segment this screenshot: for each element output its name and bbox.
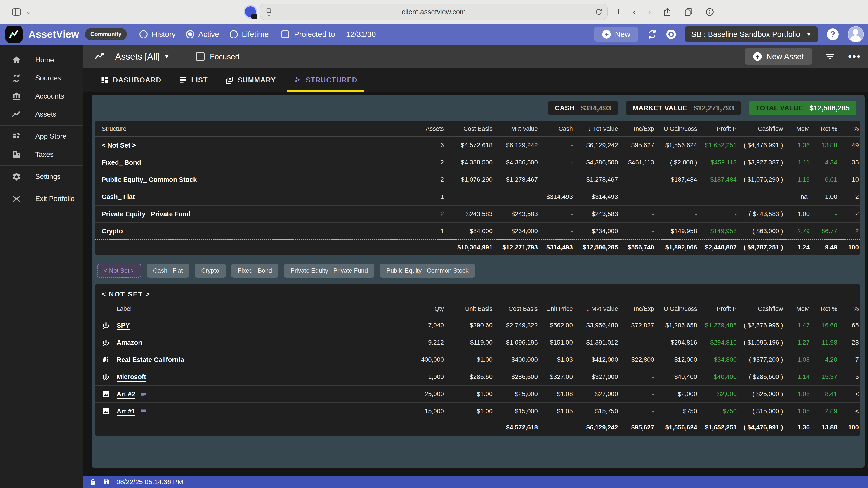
column-header[interactable]: Unit Price [539,305,574,313]
url-text[interactable]: client.assetview.com [273,8,594,16]
chevron-down-icon[interactable]: ⌄ [26,8,31,15]
sidebar-item-home[interactable]: Home [0,51,83,69]
table-row[interactable]: Cash_ Fiat1--$314,493$314,493-----na-1.0… [95,188,860,205]
asset-link[interactable]: Real Estate California [117,356,184,363]
column-header[interactable]: Qty [409,305,445,313]
focused-checkbox[interactable] [196,52,205,61]
column-header[interactable]: Cost Basis [445,125,494,132]
notes-icon[interactable] [140,390,147,398]
reload-icon[interactable] [594,8,603,16]
column-header[interactable]: Cashflow [738,305,784,313]
structure-label[interactable]: Crypto [95,228,409,235]
new-asset-button[interactable]: + New Asset [745,48,812,65]
forward-icon[interactable]: › [648,7,651,17]
back-icon[interactable]: ‹ [633,7,636,17]
tab-summary[interactable]: SUMMARY [219,68,282,92]
portfolio-selector[interactable]: SB : Baseline Sandbox Portfolio ▼ [685,26,818,42]
radio-icon[interactable] [140,30,148,38]
chip-private-equity-private-fund[interactable]: Private Equity_ Private Fund [284,264,374,278]
sidebar-item-taxes[interactable]: Taxes [0,145,83,164]
table-row[interactable]: Public Equity_ Common Stock2$1,076,290$1… [95,171,860,188]
table-row[interactable]: SPY7,040$390.60$2,749,822$562.00$3,956,4… [95,317,860,334]
mode-radio-lifetime[interactable]: Lifetime [230,30,269,39]
structure-label[interactable]: Cash_ Fiat [95,193,409,201]
column-header[interactable]: Profit P [699,305,738,313]
structure-label[interactable]: Public Equity_ Common Stock [95,176,409,184]
avatar[interactable] [848,26,864,42]
chip-crypto[interactable]: Crypto [195,264,226,278]
radio-icon[interactable] [186,30,194,38]
app-logo[interactable] [5,26,23,43]
table-row[interactable]: Crypto1$84,000$234,000-$234,000-$149,958… [95,223,860,239]
column-header[interactable]: Structure [95,125,409,132]
column-header[interactable]: Assets [409,125,445,132]
structure-label[interactable]: Fixed_ Bond [95,159,409,166]
table-row[interactable]: Art #115,000$1.00$15,000$1.05$15,750-$75… [95,403,860,420]
column-header[interactable]: % [839,125,860,132]
reader-icon[interactable] [265,8,273,16]
filter-icon[interactable] [825,51,835,62]
table-row[interactable]: Fixed_ Bond2$4,388,500$4,386,500-$4,386,… [95,154,860,171]
column-header[interactable]: % [839,305,860,313]
column-header[interactable]: Inc/Exp [619,305,655,313]
asset-link[interactable]: Microsoft [117,373,146,381]
chip-cash-fiat[interactable]: Cash_ Fiat [147,264,189,278]
tab-overview-icon[interactable] [684,7,693,17]
structure-label[interactable]: < Not Set > [95,142,409,149]
password-manager-icon[interactable] [244,5,257,19]
column-header[interactable]: Mkt Value [494,125,539,132]
sidebar-item-accounts[interactable]: Accounts [0,87,83,105]
chip-fixed-bond[interactable]: Fixed_ Bond [231,264,279,278]
projected-checkbox[interactable] [281,31,289,38]
title-caret-icon[interactable]: ▼ [164,53,170,60]
sidebar-item-sources[interactable]: Sources [0,69,83,87]
column-header[interactable]: Ret % [811,125,839,132]
column-header[interactable]: Cashflow [738,125,784,132]
more-menu-icon[interactable]: ••• [848,51,861,62]
sync-icon[interactable] [647,29,657,39]
structure-label[interactable]: Private Equity_ Private Fund [95,210,409,218]
column-header[interactable]: Inc/Exp [619,125,655,132]
table-row[interactable]: Real Estate California400,000$1.00$400,0… [95,351,860,368]
column-header[interactable]: Profit P [699,125,738,132]
column-header[interactable]: ↓Tot Value [574,125,619,132]
watch-icon[interactable] [666,30,676,39]
column-header[interactable]: Cost Basis [494,305,539,313]
mode-radio-history[interactable]: History [140,30,176,39]
column-header[interactable]: ↓Mkt Value [574,305,619,313]
tab-list[interactable]: LIST [173,68,214,92]
table-row[interactable]: < Not Set >6$4,572,618$6,129,242-$6,129,… [95,137,860,154]
column-header[interactable]: Ret % [811,305,839,313]
column-header[interactable]: U Gain/Loss [655,125,699,132]
column-header[interactable]: MoM [784,125,811,132]
column-header[interactable]: Unit Basis [445,305,494,313]
table-row[interactable]: Amazon9,212$119.00$1,096,196$151.00$1,39… [95,334,860,351]
new-tab-icon[interactable]: + [616,7,621,17]
chip-public-equity-common-stock[interactable]: Public Equity_ Common Stock [380,264,475,278]
address-bar[interactable]: client.assetview.com [260,4,608,20]
projected-date-link[interactable]: 12/31/30 [346,30,376,39]
sidebar-item-exit-portfolio[interactable]: Exit Portfolio [0,190,83,208]
table-row[interactable]: Art #225,000$1.00$25,000$1.08$27,000-$2,… [95,386,860,403]
column-header[interactable]: MoM [784,305,811,313]
save-icon[interactable] [103,478,110,486]
table-row[interactable]: Microsoft1,000$286.60$286,600$327.00$327… [95,368,860,386]
notes-icon[interactable] [140,408,147,415]
tab-structured[interactable]: STRUCTURED [287,68,364,92]
browser-sidebar-toggle-icon[interactable] [11,7,22,17]
sidebar-item-app-store[interactable]: App Store [0,127,83,145]
asset-link[interactable]: Art #1 [117,408,135,415]
column-header[interactable]: Label [95,305,409,313]
sidebar-item-assets[interactable]: Assets [0,105,83,123]
radio-icon[interactable] [230,30,238,38]
new-button[interactable]: + New [594,27,638,42]
column-header[interactable]: U Gain/Loss [655,305,699,313]
asset-link[interactable]: SPY [117,322,130,329]
column-header[interactable]: Cash [539,125,574,132]
sidebar-item-settings[interactable]: Settings [0,168,83,186]
info-icon[interactable] [705,7,715,17]
chip-not-set[interactable]: < Not Set > [97,264,141,278]
mode-radio-active[interactable]: Active [186,30,219,39]
asset-link[interactable]: Art #2 [117,390,135,398]
share-icon[interactable] [662,7,672,17]
